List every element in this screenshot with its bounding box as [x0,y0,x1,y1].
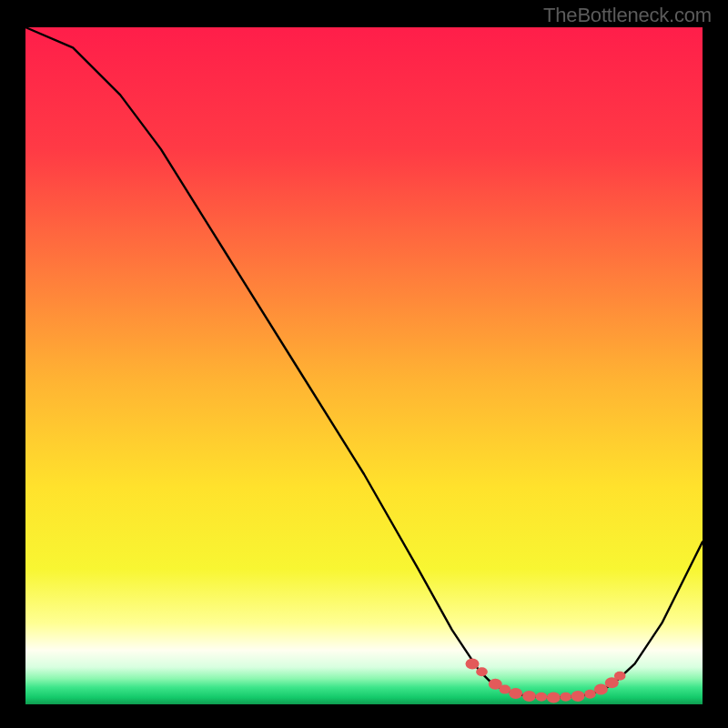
gradient-background [25,27,703,704]
data-marker [522,691,536,702]
data-marker [614,672,626,681]
data-marker [509,688,522,699]
chart-stage: TheBottleneck.com [0,0,728,728]
data-marker [571,691,585,702]
data-marker [584,690,596,699]
data-marker [476,667,488,676]
data-marker [500,685,511,694]
data-marker [536,693,548,702]
data-marker [466,658,480,669]
bottleneck-chart [0,0,728,728]
data-marker [560,693,571,702]
data-marker [594,684,608,695]
data-marker [547,693,561,703]
